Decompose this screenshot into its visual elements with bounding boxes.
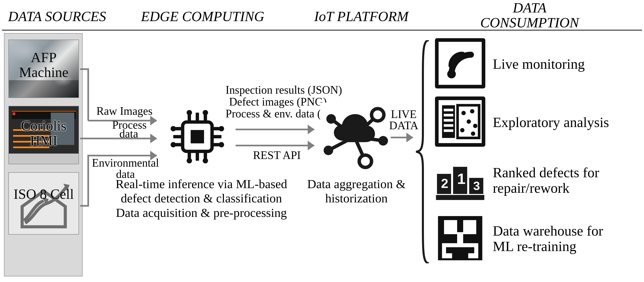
svg-point-30	[372, 109, 384, 121]
heading-edge-computing: EDGE COMPUTING	[141, 9, 258, 24]
svg-point-16	[219, 126, 224, 132]
svg-point-32	[447, 70, 456, 78]
chip-icon	[164, 103, 231, 170]
arrow-src-edge-3	[88, 155, 157, 156]
svg-text:1: 1	[457, 170, 466, 187]
svg-point-27	[326, 114, 336, 124]
svg-point-14	[170, 126, 176, 132]
arrow-label-raw-images: Raw Images	[88, 105, 161, 117]
svg-rect-60	[442, 253, 452, 258]
heading-iot-platform: IoT PLATFORM	[314, 9, 405, 24]
svg-rect-35	[444, 114, 453, 116]
svg-rect-55	[463, 220, 476, 234]
cloud-network-icon	[320, 103, 389, 171]
curly-brace-icon	[415, 40, 431, 263]
heading-data-sources: DATA SOURCES	[8, 9, 84, 24]
source-afp-label: AFP Machine	[9, 50, 78, 80]
svg-point-28	[324, 145, 333, 155]
right-label-data-warehouse: Data warehouse for ML re-training	[493, 223, 638, 254]
right-label-ranked-defects: Ranked defects for repair/rework	[493, 165, 638, 196]
connector	[80, 138, 89, 139]
svg-rect-58	[442, 243, 446, 253]
ranked-defects-icon: 2 1 3	[435, 155, 485, 205]
svg-point-21	[203, 158, 208, 163]
source-afp-machine: AFP Machine	[8, 40, 79, 98]
data-warehouse-icon	[435, 213, 485, 263]
arrow-iot-right	[391, 137, 413, 138]
source-hmi-label: Coriolis HMI	[9, 118, 78, 148]
svg-text:3: 3	[473, 179, 480, 193]
svg-rect-37	[444, 124, 453, 127]
house-arrows-icon	[9, 173, 78, 234]
svg-rect-49	[436, 195, 484, 200]
iot-caption: Data aggregation & historization	[300, 177, 413, 206]
svg-point-20	[187, 158, 192, 163]
svg-rect-56	[457, 232, 463, 243]
heading-data-consumption: DATA CONSUMPTION	[473, 0, 586, 30]
svg-point-29	[378, 136, 388, 146]
svg-point-40	[461, 111, 466, 115]
header-underline	[2, 30, 642, 30]
svg-text:2: 2	[441, 176, 448, 191]
svg-point-43	[473, 124, 477, 128]
svg-rect-34	[444, 109, 453, 111]
svg-rect-59	[474, 243, 478, 253]
arrow-edge-iot-2	[236, 145, 314, 146]
iot-platform-node	[320, 103, 389, 171]
right-label-live-monitoring: Live monitoring	[493, 56, 638, 72]
source-iso-label: ISO 8 Cell	[9, 187, 78, 202]
svg-rect-54	[444, 220, 457, 234]
svg-rect-38	[444, 130, 453, 132]
arrow-edge-iot-1	[236, 129, 314, 130]
svg-rect-57	[442, 243, 478, 247]
exploratory-analysis-icon	[435, 97, 485, 147]
edge-caption: Real-time inference via ML-based defect …	[113, 177, 290, 220]
source-coriolis-hmi: Coriolis HMI	[8, 106, 79, 164]
svg-point-15	[170, 142, 176, 147]
svg-rect-61	[468, 253, 478, 258]
svg-rect-36	[444, 119, 453, 122]
svg-point-45	[471, 132, 475, 136]
arrow-label-edge-iot: Inspection results (JSON) Defect images …	[226, 84, 330, 119]
arrow-label-process-data: Process data	[88, 121, 161, 138]
svg-point-41	[470, 109, 474, 113]
edge-computing-node	[163, 103, 232, 171]
arrow-label-rest-api: REST API	[236, 149, 318, 162]
svg-point-44	[460, 128, 464, 132]
svg-point-17	[219, 142, 224, 147]
svg-rect-1	[191, 130, 204, 143]
svg-point-42	[466, 119, 471, 124]
svg-point-19	[203, 110, 208, 115]
svg-point-18	[187, 110, 192, 115]
arrow-label-env-data: Environmental data	[88, 157, 163, 180]
data-sources-panel: AFP Machine Coriolis HMI ISO 8 Cell	[4, 33, 82, 276]
source-iso8-cell: ISO 8 Cell	[8, 172, 79, 235]
svg-point-31	[359, 155, 372, 167]
live-monitoring-icon	[435, 38, 485, 88]
right-label-exploratory: Exploratory analysis	[493, 115, 638, 130]
